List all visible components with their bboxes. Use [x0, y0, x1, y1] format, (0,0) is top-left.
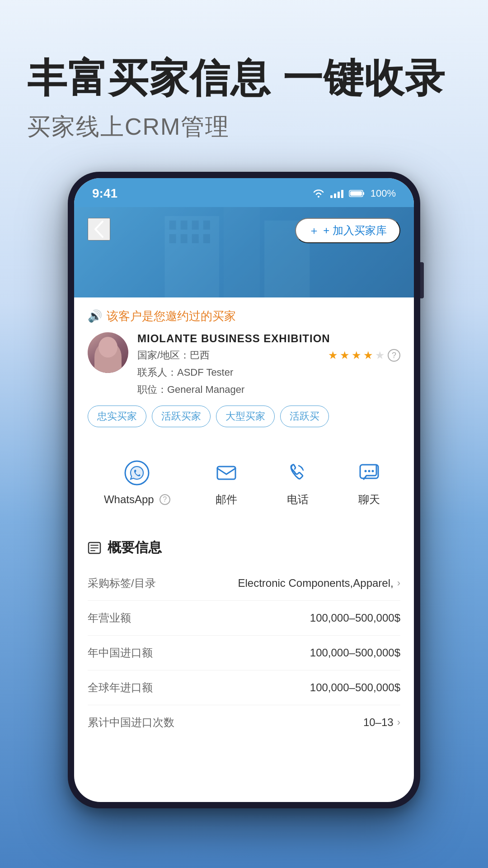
info-value-2: 100,000–500,000$ [310, 646, 400, 659]
svg-point-19 [365, 470, 367, 472]
info-label-4: 累计中国进口次数 [88, 715, 174, 730]
svg-rect-3 [350, 191, 362, 196]
star-2: ★ [340, 349, 350, 362]
chat-icon [354, 457, 384, 487]
phone-action[interactable]: 电话 [283, 457, 313, 507]
main-title: 丰富买家信息 一键收录 [27, 54, 461, 102]
tag-loyal: 忠实买家 [88, 406, 146, 427]
whatsapp-help-icon[interactable]: ? [160, 494, 170, 505]
customer-card: 🔊 该客户是您邀约过的买家 MIOLANTE BUSINESS EXHIBITI… [74, 297, 414, 436]
whatsapp-icon [122, 458, 152, 488]
tags-row: 忠实买家 活跃买家 大型买家 活跃买 [88, 406, 400, 427]
phone-screen: 9:41 [74, 178, 414, 802]
star-3: ★ [352, 349, 361, 362]
email-action[interactable]: 邮件 [211, 457, 241, 507]
position-text: 职位：General Manager [137, 383, 244, 396]
info-row-3: 全球年进口额 100,000–500,000$ [88, 670, 400, 705]
section-title: 概要信息 [88, 538, 400, 557]
contact-text: 联系人：ASDF Tester [137, 366, 233, 379]
back-button[interactable] [88, 218, 110, 241]
rating-help-icon[interactable]: ? [388, 349, 400, 362]
star-1: ★ [328, 349, 338, 362]
phone-mockup: 9:41 [68, 172, 420, 808]
email-icon [211, 457, 241, 487]
chat-label: 聊天 [358, 492, 380, 507]
info-label-0: 采购标签/目录 [88, 576, 156, 590]
action-section: WhatsApp ? 邮件 [74, 443, 414, 520]
phone-label: 电话 [287, 492, 309, 507]
sub-title: 买家线上CRM管理 [27, 111, 461, 143]
info-row-0: 采购标签/目录 Electronic Components,Apparel, › [88, 566, 400, 601]
header-image: ＋ + 加入买家库 [74, 207, 414, 297]
svg-rect-2 [363, 192, 364, 195]
notice-text: 该客户是您邀约过的买家 [107, 308, 236, 324]
info-value-1: 100,000–500,000$ [310, 612, 400, 624]
avatar-image [88, 332, 128, 373]
status-bar: 9:41 [74, 178, 414, 207]
wifi-icon [312, 189, 325, 198]
country-row: 国家/地区：巴西 ★ ★ ★ ★ ★ [137, 349, 400, 362]
customer-notice: 🔊 该客户是您邀约过的买家 [88, 308, 400, 324]
content-wrapper: 丰富买家信息 一键收录 买家线上CRM管理 9:41 [0, 0, 488, 868]
star-5: ★ [375, 349, 385, 362]
info-label-2: 年中国进口额 [88, 646, 153, 660]
svg-point-21 [372, 470, 374, 472]
info-value-4: 10–13 › [363, 716, 400, 729]
position-row: 职位：General Manager [137, 383, 400, 396]
chevron-right-icon-0: › [397, 577, 400, 589]
whatsapp-label: WhatsApp ? [104, 493, 170, 506]
info-value-0: Electronic Components,Apparel, › [238, 577, 400, 590]
info-row-2: 年中国进口额 100,000–500,000$ [88, 636, 400, 670]
signal-icon [330, 189, 343, 198]
avatar [88, 332, 128, 373]
company-name: MIOLANTE BUSINESS EXHIBITION [137, 332, 400, 345]
info-label-1: 年营业额 [88, 611, 131, 625]
country-text: 国家/地区：巴西 [137, 349, 210, 362]
battery-text: 100% [371, 188, 396, 199]
info-section: 概要信息 采购标签/目录 Electronic Components,Appar… [74, 528, 414, 750]
svg-rect-17 [217, 467, 235, 479]
svg-point-0 [318, 196, 319, 198]
phone-icon [283, 457, 313, 487]
contact-row: 联系人：ASDF Tester [137, 366, 400, 379]
info-section-icon [88, 542, 101, 554]
customer-info: MIOLANTE BUSINESS EXHIBITION 国家/地区：巴西 ★ … [88, 332, 400, 396]
phone-container: 9:41 [68, 172, 420, 808]
info-value-3: 100,000–500,000$ [310, 681, 400, 694]
svg-point-20 [368, 470, 371, 472]
star-4: ★ [363, 349, 373, 362]
status-time: 9:41 [92, 186, 117, 201]
tag-active: 活跃买家 [152, 406, 211, 427]
tag-active2: 活跃买 [280, 406, 329, 427]
customer-details: MIOLANTE BUSINESS EXHIBITION 国家/地区：巴西 ★ … [137, 332, 400, 396]
rating-stars: ★ ★ ★ ★ ★ [328, 349, 385, 362]
chevron-right-icon-4: › [397, 717, 400, 728]
email-label: 邮件 [216, 492, 237, 507]
info-label-3: 全球年进口额 [88, 680, 153, 695]
speaker-icon: 🔊 [88, 309, 102, 323]
whatsapp-action[interactable]: WhatsApp ? [104, 458, 170, 506]
add-to-buyer-pool-button[interactable]: ＋ + 加入买家库 [295, 218, 400, 243]
status-icons: 100% [312, 188, 396, 199]
tag-large: 大型买家 [216, 406, 275, 427]
chat-action[interactable]: 聊天 [354, 457, 384, 507]
info-row-4: 累计中国进口次数 10–13 › [88, 705, 400, 740]
info-row-1: 年营业额 100,000–500,000$ [88, 601, 400, 636]
header-section: 丰富买家信息 一键收录 买家线上CRM管理 [0, 0, 488, 161]
battery-icon [349, 189, 365, 198]
